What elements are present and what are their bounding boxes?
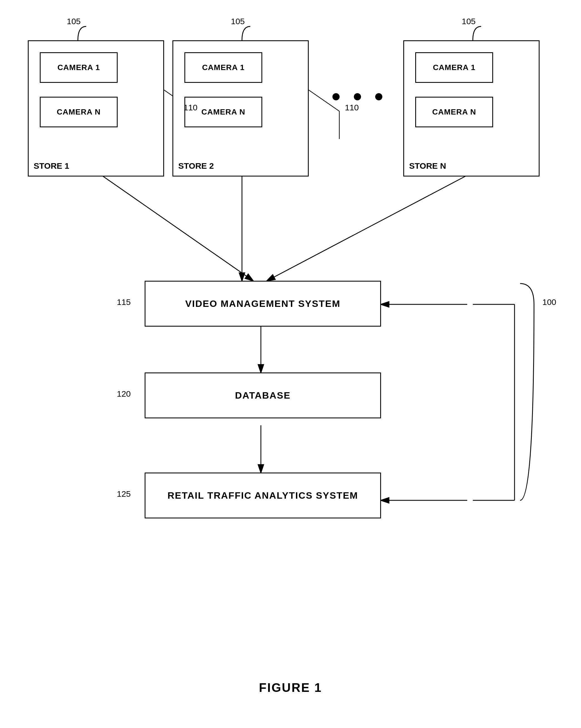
ref-115: 115 [117,297,131,307]
store2-label: STORE 2 [178,161,214,171]
storeN-camera1-label: CAMERA 1 [433,63,475,72]
store1-label: STORE 1 [34,161,69,171]
store1-camera1-box: CAMERA 1 [40,52,118,83]
ref-105-store2: 105 [231,17,245,26]
rtas-box: RETAIL TRAFFIC ANALYTICS SYSTEM [145,472,381,518]
storeN-cameraN-box: CAMERA N [415,97,493,127]
svg-line-2 [97,172,253,281]
ellipsis-dots: ● ● ● [331,86,387,105]
db-box: DATABASE [145,372,381,418]
ref-110-right: 110 [345,103,359,112]
ref-100: 100 [542,297,556,307]
vms-box: VIDEO MANAGEMENT SYSTEM [145,281,381,327]
db-label: DATABASE [235,390,290,401]
storeN-cameraN-label: CAMERA N [432,108,476,116]
ref-120: 120 [117,389,131,398]
storeN-label: STORE N [409,161,446,171]
diagram-container: 105 105 105 CAMERA 1 CAMERA N STORE 1 CA… [0,0,581,728]
store1-cameraN-label: CAMERA N [57,108,101,116]
store2-camera1-label: CAMERA 1 [202,63,245,72]
rtas-label: RETAIL TRAFFIC ANALYTICS SYSTEM [168,490,358,501]
figure-label: FIGURE 1 [259,681,322,695]
storeN-camera1-box: CAMERA 1 [415,52,493,83]
svg-line-4 [267,172,473,281]
ref-105-storeN: 105 [462,17,476,26]
ref-125: 125 [117,489,131,499]
store1-camera1-label: CAMERA 1 [57,63,100,72]
store2-camera1-box: CAMERA 1 [184,52,262,83]
ref-105-store1: 105 [67,17,81,26]
store1-box: CAMERA 1 CAMERA N STORE 1 [28,40,164,177]
store2-cameraN-label: CAMERA N [201,108,245,116]
ref-110-left: 110 [183,103,198,112]
storeN-box: CAMERA 1 CAMERA N STORE N [403,40,539,177]
vms-label: VIDEO MANAGEMENT SYSTEM [185,298,340,309]
store1-cameraN-box: CAMERA N [40,97,118,127]
